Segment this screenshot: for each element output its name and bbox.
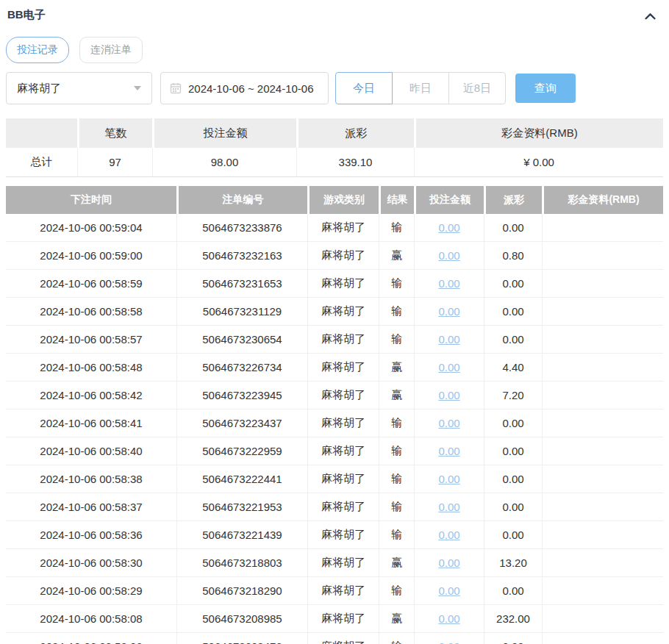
bonus-cell <box>542 437 663 465</box>
result-cell: 赢 <box>379 605 414 633</box>
table-row: 2024-10-06 00:58:57 5064673230654 麻将胡了 输… <box>6 326 663 354</box>
payout-cell: 0.00 <box>484 437 542 465</box>
range-yesterday-button[interactable]: 昨日 <box>392 72 449 104</box>
summary-col-count: 笔数 <box>77 118 152 148</box>
range-label: 昨日 <box>409 82 432 96</box>
game-select-value: 麻将胡了 <box>17 82 61 96</box>
table-row: 2024-10-06 00:58:41 5064673223437 麻将胡了 输… <box>6 409 663 437</box>
game-type-cell: 麻将胡了 <box>307 493 379 521</box>
bet-time-cell: 2024-10-06 00:58:30 <box>6 549 176 577</box>
records-table: 下注时间 注单编号 游戏类别 结果 投注金额 派彩 彩金资料(RMB) 2024… <box>6 186 663 644</box>
summary-table: 笔数 投注金额 派彩 彩金资料(RMB) 总计 97 98.00 339.10 … <box>6 118 663 177</box>
range-label: 近8日 <box>463 82 491 96</box>
bet-time-cell: 2024-10-06 00:58:59 <box>6 270 176 298</box>
bet-time-cell: 2024-10-06 00:58:38 <box>6 465 176 493</box>
search-button[interactable]: 查询 <box>515 74 576 103</box>
bet-amount-cell: 0.00 <box>414 270 484 298</box>
payout-cell: 0.00 <box>484 326 542 354</box>
bet-id-cell: 5064673221439 <box>176 521 307 549</box>
payout-cell: 0.00 <box>484 465 542 493</box>
payout-cell: 4.40 <box>484 354 542 382</box>
table-row: 2024-10-06 00:59:00 5064673232163 麻将胡了 赢… <box>6 242 663 270</box>
summary-col-blank <box>6 118 77 148</box>
col-bet-id: 注单编号 <box>176 186 307 214</box>
bet-id-cell: 5064673222959 <box>176 437 307 465</box>
bonus-cell <box>542 214 663 242</box>
bonus-cell <box>542 409 663 437</box>
bet-amount-link[interactable]: 0.00 <box>438 221 459 234</box>
bet-amount-link[interactable]: 0.00 <box>438 584 459 597</box>
summary-col-payout: 派彩 <box>296 118 414 148</box>
bet-amount-link[interactable]: 0.00 <box>438 445 459 457</box>
bet-time-cell: 2024-10-06 00:58:57 <box>6 326 176 354</box>
bonus-cell <box>542 521 663 549</box>
payout-cell: 0.00 <box>484 493 542 521</box>
table-row: 2024-10-06 00:58:58 5064673231129 麻将胡了 输… <box>6 298 663 326</box>
bonus-cell <box>542 549 663 577</box>
bet-amount-link[interactable]: 0.00 <box>438 640 459 644</box>
payout-cell: 0.00 <box>484 633 542 644</box>
result-cell: 赢 <box>379 242 414 270</box>
bet-amount-link[interactable]: 0.00 <box>438 557 459 569</box>
records-body: 2024-10-06 00:59:04 5064673233876 麻将胡了 输… <box>6 214 663 644</box>
bet-time-cell: 2024-10-06 00:58:29 <box>6 577 176 605</box>
bet-id-cell: 5064673218290 <box>176 577 307 605</box>
col-bonus: 彩金资料(RMB) <box>542 186 663 214</box>
bet-amount-link[interactable]: 0.00 <box>438 501 459 513</box>
bet-time-cell: 2024-10-06 00:58:42 <box>6 382 176 409</box>
payout-cell: 7.20 <box>484 382 542 409</box>
result-cell: 输 <box>379 633 414 644</box>
range-today-button[interactable]: 今日 <box>335 72 393 104</box>
bet-time-cell: 2024-10-06 00:58:48 <box>6 354 176 382</box>
bet-id-cell: 5064673233876 <box>176 214 307 242</box>
bonus-cell <box>542 577 663 605</box>
bet-time-cell: 2024-10-06 00:58:40 <box>6 437 176 465</box>
bet-amount-link[interactable]: 0.00 <box>438 249 459 262</box>
bet-id-cell: 5064673231653 <box>176 270 307 298</box>
bet-id-cell: 5064673226734 <box>176 354 307 382</box>
game-type-cell: 麻将胡了 <box>307 270 379 298</box>
bet-amount-cell: 0.00 <box>414 437 484 465</box>
tab-bet-records[interactable]: 投注记录 <box>6 37 69 63</box>
bet-history-panel: BB电子 投注记录 连消注单 麻将胡了 <box>0 0 669 644</box>
bet-amount-cell: 0.00 <box>414 298 484 326</box>
result-cell: 输 <box>379 409 414 437</box>
bet-amount-link[interactable]: 0.00 <box>438 305 459 318</box>
bet-id-cell: 5064673222441 <box>176 465 307 493</box>
bet-amount-link[interactable]: 0.00 <box>438 417 459 429</box>
bet-amount-link[interactable]: 0.00 <box>438 333 459 346</box>
bet-time-cell: 2024-10-06 00:58:36 <box>6 521 176 549</box>
bet-amount-link[interactable]: 0.00 <box>438 277 459 290</box>
range-last8days-button[interactable]: 近8日 <box>448 72 506 104</box>
panel-header: BB电子 <box>6 6 663 25</box>
search-button-label: 查询 <box>534 82 557 96</box>
game-type-cell: 麻将胡了 <box>307 382 379 409</box>
summary-col-bet-amount: 投注金额 <box>152 118 296 148</box>
date-range-value: 2024-10-06 ~ 2024-10-06 <box>188 82 314 95</box>
range-label: 今日 <box>353 82 375 96</box>
total-label: 总计 <box>6 148 77 177</box>
payout-cell: 0.80 <box>484 242 542 270</box>
tab-cancelled-bets[interactable]: 连消注单 <box>79 37 143 63</box>
bet-amount-link[interactable]: 0.00 <box>438 361 459 373</box>
bet-id-cell: 5064673221953 <box>176 493 307 521</box>
game-select[interactable]: 麻将胡了 <box>6 72 152 104</box>
table-row: 2024-10-06 00:58:37 5064673221953 麻将胡了 输… <box>6 493 663 521</box>
col-result: 结果 <box>379 186 414 214</box>
collapse-button[interactable] <box>641 7 659 25</box>
bet-amount-link[interactable]: 0.00 <box>438 389 459 401</box>
bet-amount-cell: 0.00 <box>414 214 484 242</box>
summary-col-bonus: 彩金资料(RMB) <box>414 118 663 148</box>
result-cell: 输 <box>379 521 414 549</box>
date-range-input[interactable]: 2024-10-06 ~ 2024-10-06 <box>160 72 329 104</box>
bet-amount-link[interactable]: 0.00 <box>438 473 459 485</box>
bet-amount-link[interactable]: 0.00 <box>438 612 459 625</box>
bet-time-cell: 2024-10-06 00:58:41 <box>6 409 176 437</box>
calendar-icon <box>170 82 182 94</box>
bonus-cell <box>542 633 663 644</box>
tab-label: 连消注单 <box>90 43 132 57</box>
bet-amount-link[interactable]: 0.00 <box>438 529 459 541</box>
bonus-cell <box>542 298 663 326</box>
table-row: 2024-10-06 00:58:59 5064673231653 麻将胡了 输… <box>6 270 663 298</box>
bet-amount-cell: 0.00 <box>414 409 484 437</box>
